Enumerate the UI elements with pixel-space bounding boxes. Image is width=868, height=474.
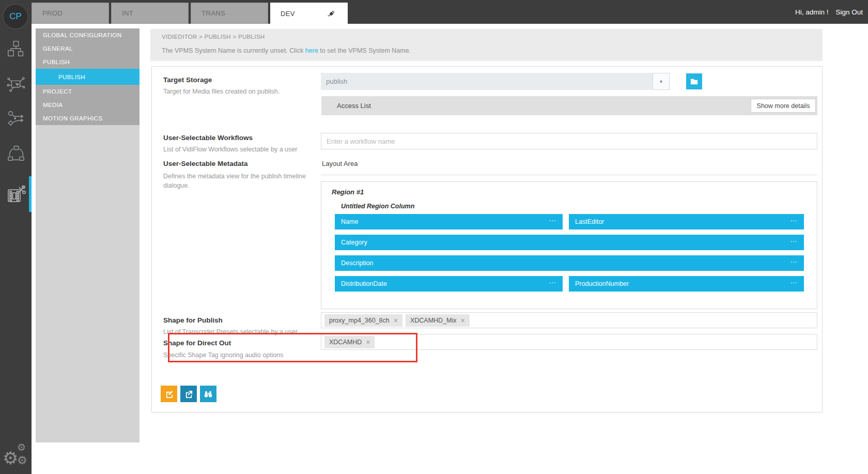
settings-button[interactable]: ⚙ ⚙ ⚙: [2, 442, 28, 471]
shape-for-direct-out-description: Specific Shape Tag ignoring audio option…: [163, 351, 284, 359]
config-portal-screen: Hi, admin ! Sign Out CP PRODINTTRANSDEV: [0, 0, 868, 474]
nav-item-publish[interactable]: PUBLISH: [36, 55, 140, 69]
layout-field-productionnumber[interactable]: ProductionNumber…: [569, 276, 804, 292]
nav-item-publish-active[interactable]: PUBLISH: [36, 69, 140, 85]
metadata-description: Defines the metadata view for the publis…: [163, 172, 311, 190]
vpms-notice: The VPMS System Name is currently unset.…: [162, 47, 411, 54]
preview-button[interactable]: [200, 386, 216, 402]
breadcrumb-block: VIDIEDITOR > PUBLISH > PUBLISH The VPMS …: [150, 29, 823, 61]
external-link-icon: [184, 390, 193, 399]
metadata-label: User-Selectable Metadata: [163, 160, 248, 167]
open-external-button[interactable]: [180, 386, 197, 402]
tag-label: proxy_mp4_360_8ch: [329, 317, 390, 324]
tab-label: PROD: [42, 9, 63, 17]
sidebar-item-video-editor-active[interactable]: [0, 176, 32, 212]
region-field-rows: Name…LastEditor…Category…Description…Dis…: [335, 214, 804, 297]
notice-text: The VPMS System Name is currently unset.…: [162, 47, 305, 54]
remove-tag-icon[interactable]: ×: [394, 316, 398, 325]
sidebar-item-collaboration[interactable]: [0, 135, 32, 172]
config-nav-panel: GLOBAL CONFIGURATIONGENERALPUBLISHPUBLIS…: [36, 28, 140, 442]
active-rail-indicator: [29, 176, 32, 212]
app-logo-text: CP: [9, 11, 22, 22]
app-logo[interactable]: CP: [3, 4, 28, 29]
sidebar-item-workflow[interactable]: [0, 100, 32, 136]
drag-handle-icon[interactable]: …: [790, 277, 798, 285]
layout-field-lasteditor[interactable]: LastEditor…: [569, 214, 804, 230]
drag-handle-icon[interactable]: …: [790, 235, 798, 243]
tab-int[interactable]: INT: [111, 3, 189, 24]
shape-for-direct-out-label: Shape for Direct Out: [163, 339, 231, 347]
remove-tag-icon[interactable]: ×: [461, 316, 465, 325]
gear-icon: ⚙: [17, 441, 26, 453]
notice-text: to set the VPMS System Name.: [318, 47, 411, 54]
drag-handle-icon[interactable]: …: [549, 277, 556, 285]
workflow-icon: [7, 109, 25, 128]
nav-item-general[interactable]: GENERAL: [36, 42, 140, 55]
nav-item-global-configuration[interactable]: GLOBAL CONFIGURATION: [36, 28, 140, 42]
nav-item-motion-graphics[interactable]: MOTION GRAPHICS: [36, 112, 140, 125]
media-cubes-icon: [7, 40, 25, 58]
video-editor-icon: [6, 184, 26, 204]
tab-label: INT: [122, 9, 133, 17]
layout-area-divider: [321, 175, 817, 175]
edit-button[interactable]: [161, 386, 177, 402]
workflow-name-input[interactable]: [321, 133, 817, 149]
remove-tag-icon[interactable]: ×: [366, 338, 370, 346]
notice-here-link[interactable]: here: [305, 47, 318, 54]
drag-handle-icon[interactable]: …: [790, 256, 798, 264]
tab-label: DEV: [281, 10, 295, 18]
show-more-details-button[interactable]: Show more details: [751, 99, 816, 113]
field-label: LastEditor: [575, 214, 604, 230]
sidebar-item-media-cubes[interactable]: [0, 31, 32, 67]
region-row: Description…: [335, 255, 804, 271]
browse-storage-button[interactable]: [686, 73, 702, 89]
folder-icon: [690, 77, 699, 86]
sign-out-link[interactable]: Sign Out: [835, 8, 863, 16]
tag-chip-proxy_mp4_360_8ch: proxy_mp4_360_8ch×: [324, 314, 402, 327]
drag-handle-icon[interactable]: …: [790, 215, 798, 223]
field-label: Description: [341, 255, 374, 271]
layout-field-category[interactable]: Category…: [335, 235, 804, 250]
shape-for-publish-label: Shape for Publish: [163, 316, 223, 324]
gear-icon: ⚙: [3, 448, 18, 468]
workflows-label: User-Selectable Workflows: [163, 134, 253, 142]
target-storage-value: publish: [326, 73, 347, 90]
plug-icon: [327, 9, 336, 18]
layout-field-name[interactable]: Name…: [335, 214, 563, 230]
breadcrumb: VIDIEDITOR > PUBLISH > PUBLISH: [162, 34, 265, 40]
tab-dev[interactable]: DEV: [270, 3, 348, 24]
shape-for-direct-out-input[interactable]: XDCAMHD×: [321, 334, 817, 350]
tag-label: XDCAMHD_Mix: [410, 317, 457, 324]
nav-item-media[interactable]: MEDIA: [36, 98, 140, 112]
publish-settings-card: Target Storage Target for Media files cr…: [151, 66, 823, 412]
icon-rail: ⚙ ⚙ ⚙: [0, 24, 32, 474]
field-label: DistributionDate: [341, 276, 387, 292]
field-label: Name: [341, 214, 358, 230]
target-storage-label: Target Storage: [163, 76, 212, 84]
edit-pencil-icon: [165, 390, 174, 399]
nav-item-project[interactable]: PROJECT: [36, 85, 140, 98]
tab-label: TRANS: [202, 9, 225, 17]
tag-chip-xdcamhd: XDCAMHD×: [324, 336, 375, 348]
region-row: Category…: [335, 235, 804, 250]
sidebar-item-system-interaction[interactable]: [0, 66, 32, 102]
layout-area-label: Layout Area: [322, 160, 358, 167]
target-storage-select[interactable]: publish ▾: [321, 73, 670, 90]
layout-field-distributiondate[interactable]: DistributionDate…: [335, 276, 563, 292]
access-list-bar: Access List: [321, 96, 817, 115]
shape-for-publish-description: List of Transcoder Presets selectable by…: [163, 328, 298, 335]
drag-handle-icon[interactable]: …: [549, 215, 556, 223]
environment-tabs: PRODINTTRANSDEV: [32, 3, 348, 24]
tab-trans[interactable]: TRANS: [191, 3, 268, 24]
binoculars-icon: [204, 389, 213, 399]
collaboration-cycle-icon: [7, 144, 25, 163]
field-label: ProductionNumber: [575, 276, 629, 292]
region-row: DistributionDate…ProductionNumber…: [335, 276, 804, 292]
tab-prod[interactable]: PROD: [32, 3, 109, 24]
user-greeting: Hi, admin !: [795, 8, 829, 16]
layout-field-description[interactable]: Description…: [335, 255, 804, 271]
shape-for-publish-input[interactable]: proxy_mp4_360_8ch×XDCAMHD_Mix×: [321, 312, 817, 328]
tag-label: XDCAMHD: [329, 339, 362, 346]
chevron-down-icon[interactable]: ▾: [653, 73, 670, 90]
target-storage-description: Target for Media files created on publis…: [163, 88, 280, 95]
